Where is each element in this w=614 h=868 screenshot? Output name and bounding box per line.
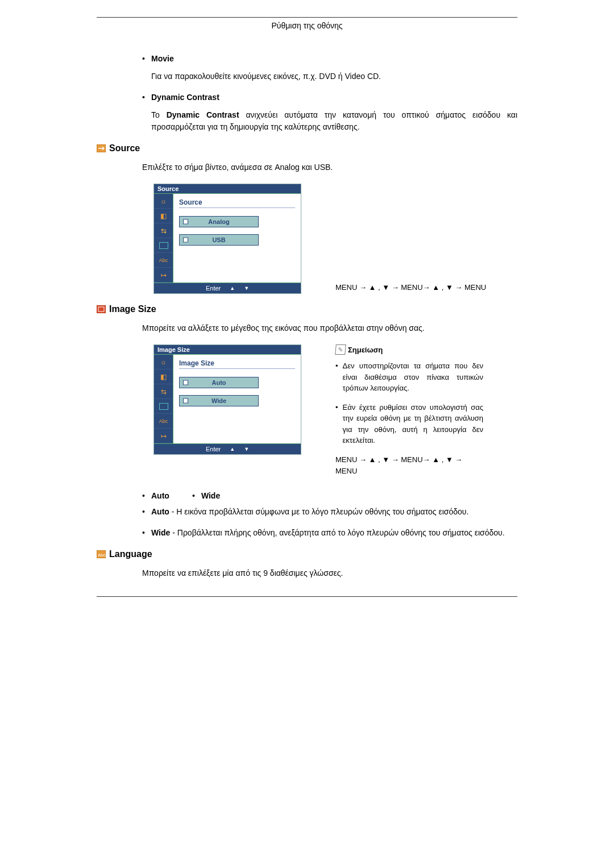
svg-rect-1: [97, 305, 106, 313]
osd-analog-option[interactable]: Analog: [179, 216, 259, 227]
auto-short-bullet: • Auto: [142, 491, 169, 500]
size-tab-icon: [154, 399, 173, 414]
palette-tab-icon: ◧: [154, 209, 173, 223]
source-nav-sequence: MENU → ▲ , ▼ → MENU→ ▲ , ▼ → MENU: [335, 282, 486, 294]
language-intro: Μπορείτε να επιλέξετε μία από τις 9 διαθ…: [142, 567, 517, 579]
dynamic-label: Dynamic Contrast: [151, 92, 517, 103]
osd-tabs: ☼ ◧ ⇆ Abc ↦: [154, 194, 173, 283]
auto-desc-bullet: • Auto - Η εικόνα προβάλλεται σύμφωνα με…: [142, 506, 517, 518]
source-intro: Επιλέξτε το σήμα βίντεο, ανάμεσα σε Anal…: [142, 161, 517, 173]
up-arrow-icon[interactable]: ▲: [230, 285, 235, 291]
note-icon: ✎: [335, 344, 346, 355]
exit-tab-icon: ↦: [154, 268, 173, 283]
dynamic-desc: Το Dynamic Contrast ανιχνεύει αυτόματα τ…: [151, 109, 517, 133]
svg-text:Abc: Abc: [98, 553, 106, 558]
source-icon: [97, 144, 106, 152]
source-heading: Source: [97, 143, 517, 153]
language-title: Language: [109, 549, 152, 559]
note-label: Σημείωση: [348, 346, 383, 354]
wide-desc-bullet: • Wide - Προβάλλεται πλήρης οθόνη, ανεξά…: [142, 527, 517, 539]
osd-bottom-bar: Enter ▲ ▼: [154, 283, 301, 293]
osd-enter-label[interactable]: Enter: [206, 446, 221, 452]
image-size-nav-sequence: MENU → ▲ , ▼ → MENU→ ▲ , ▼ → MENU: [335, 454, 483, 478]
note-heading: ✎ Σημείωση: [335, 344, 483, 355]
wide-short-bullet: • Wide: [192, 491, 220, 500]
movie-label: Movie: [151, 53, 517, 65]
osd-bottom-bar: Enter ▲ ▼: [154, 443, 301, 454]
size-tab-icon: [154, 238, 173, 253]
language-heading: Abc Language: [97, 549, 517, 559]
note-item-2: • Εάν έχετε ρυθμίσει στον υπολογιστή σας…: [335, 402, 483, 446]
brightness-tab-icon: ☼: [154, 355, 173, 369]
down-arrow-icon[interactable]: ▼: [244, 285, 249, 291]
down-arrow-icon[interactable]: ▼: [244, 446, 249, 452]
osd-tabs: ☼ ◧ ⇆ Abc ↦: [154, 355, 173, 443]
brightness-tab-icon: ☼: [154, 194, 173, 209]
movie-bullet: • Movie: [142, 53, 517, 65]
image-size-title: Image Size: [109, 304, 156, 314]
note-item-1: • Δεν υποστηρίζονται τα σήματα που δεν ε…: [335, 360, 483, 394]
page-header: Ρύθμιση της οθόνης: [97, 21, 517, 30]
source-osd-panel: Source ☼ ◧ ⇆ Abc ↦ Source Analog USB Ent…: [154, 184, 301, 294]
image-size-icon: [97, 305, 106, 313]
up-arrow-icon[interactable]: ▲: [230, 446, 235, 452]
exit-tab-icon: ↦: [154, 429, 173, 443]
movie-desc: Για να παρακολουθείτε κινούμενες εικόνες…: [151, 70, 517, 82]
osd-usb-option[interactable]: USB: [179, 234, 259, 246]
osd-wide-option[interactable]: Wide: [179, 395, 259, 406]
image-size-intro: Μπορείτε να αλλάξετε το μέγεθος της εικό…: [142, 322, 517, 334]
osd-source-top: Source: [154, 184, 301, 194]
language-icon: Abc: [97, 550, 106, 558]
dynamic-bullet: • Dynamic Contrast: [142, 92, 517, 103]
osd-imagesize-title: Image Size: [179, 359, 295, 369]
image-size-osd-panel: Image Size ☼ ◧ ⇆ Abc ↦ Image Size Auto W…: [154, 344, 301, 455]
source-tab-icon: ⇆: [154, 384, 173, 399]
osd-imagesize-top: Image Size: [154, 345, 301, 355]
osd-source-title: Source: [179, 198, 295, 208]
osd-enter-label[interactable]: Enter: [206, 285, 221, 292]
osd-auto-option[interactable]: Auto: [179, 377, 259, 388]
source-title: Source: [109, 143, 140, 153]
image-size-heading: Image Size: [97, 304, 517, 314]
palette-tab-icon: ◧: [154, 369, 173, 384]
abc-tab-icon: Abc: [154, 414, 173, 429]
source-tab-icon: ⇆: [154, 223, 173, 238]
abc-tab-icon: Abc: [154, 253, 173, 268]
